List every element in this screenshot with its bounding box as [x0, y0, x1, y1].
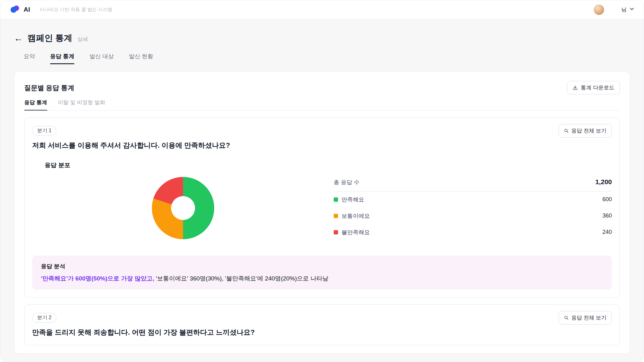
- main-tabs: 요약 응답 통계 발신 대상 발신 현황: [24, 53, 630, 64]
- legend-swatch-green: [334, 197, 338, 202]
- legend-row-dissatisfied: 불만족해요 240: [334, 224, 612, 240]
- question-2-header: 분기 2 응답 전체 보기: [32, 311, 612, 325]
- panel-header: 질문별 응답 통계 통계 다운로드: [24, 81, 620, 94]
- logo-mark-icon: [10, 5, 20, 14]
- chart-row: 총 응답 수 1,200 만족해요 600: [32, 177, 612, 240]
- tab-response-stats[interactable]: 응답 통계: [50, 53, 74, 64]
- chevron-down-icon: [630, 7, 634, 13]
- legend-label: 보통이에요: [342, 212, 370, 220]
- legend-label: 불만족해요: [342, 229, 370, 236]
- question-1-header: 분기 1 응답 전체 보기: [32, 124, 612, 138]
- tab-call-status[interactable]: 발신 현황: [129, 53, 153, 64]
- user-name-suffix: 님: [621, 6, 627, 13]
- page-title-badge: 상세: [78, 36, 88, 44]
- analysis-highlight: '만족해요'가 600명(50%)으로 가장 많았고,: [41, 275, 154, 282]
- analysis-box: 응답 분석 '만족해요'가 600명(50%)으로 가장 많았고, '보통이에요…: [32, 256, 612, 290]
- view-all-label: 응답 전체 보기: [572, 127, 607, 134]
- legend-label: 만족해요: [342, 196, 364, 203]
- user-menu[interactable]: 님: [621, 6, 634, 13]
- view-all-responses-button-1[interactable]: 응답 전체 보기: [559, 124, 612, 138]
- panel-title: 질문별 응답 통계: [24, 83, 74, 92]
- download-stats-button[interactable]: 통계 다운로드: [567, 81, 620, 94]
- donut-zone: [32, 177, 334, 239]
- view-all-responses-button-2[interactable]: 응답 전체 보기: [559, 311, 612, 325]
- branch-2-badge: 분기 2: [32, 313, 56, 323]
- question-1-text: 저희 서비스를 이용해 주셔서 감사합니다. 이용에 만족하셨나요?: [32, 141, 612, 150]
- response-stats-panel: 총 응답 수 1,200 만족해요 600: [334, 177, 612, 240]
- question-card-2: 분기 2 응답 전체 보기 만족을 드리지 못해 죄송합니다. 어떤 점이 가장…: [24, 304, 620, 345]
- legend-row-neutral: 보통이에요 360: [334, 208, 612, 224]
- view-all-label: 응답 전체 보기: [572, 314, 607, 321]
- analysis-text: '만족해요'가 600명(50%)으로 가장 많았고, '보통이에요' 360명…: [41, 274, 603, 283]
- legend-left: 보통이에요: [334, 212, 370, 220]
- question-2-text: 만족을 드리지 못해 죄송합니다. 어떤 점이 가장 불편하다고 느끼셨나요?: [32, 328, 612, 337]
- app-subtitle: 시나리오 기반 자동 콜 발신 시스템: [39, 7, 112, 13]
- legend-left: 만족해요: [334, 196, 364, 203]
- search-icon: [564, 128, 569, 133]
- tab-call-targets[interactable]: 발신 대상: [89, 53, 114, 64]
- topbar: AI 시나리오 기반 자동 콜 발신 시스템 님: [0, 0, 644, 19]
- total-responses-row: 총 응답 수 1,200: [334, 178, 612, 191]
- analysis-rest: '보통이에요' 360명(30%), '불만족해요'에 240명(20%)으로 …: [154, 275, 329, 282]
- download-button-label: 통계 다운로드: [581, 84, 614, 91]
- app-window: AI 시나리오 기반 자동 콜 발신 시스템 님 ← 캠페인 통계 상세 요약: [0, 0, 644, 362]
- panel-subtabs: 응답 통계 이탈 및 비정형 발화: [24, 99, 620, 110]
- legend-value: 240: [602, 229, 612, 235]
- analysis-title: 응답 분석: [41, 263, 603, 270]
- legend-row-satisfied: 만족해요 600: [334, 191, 612, 208]
- total-responses-value: 1,200: [595, 178, 612, 186]
- total-responses-label: 총 응답 수: [334, 178, 359, 186]
- legend-left: 불만족해요: [334, 229, 370, 236]
- subtab-response-stats[interactable]: 응답 통계: [24, 99, 47, 110]
- branch-1-badge: 분기 1: [32, 126, 56, 136]
- topbar-right: 님: [594, 4, 634, 15]
- tab-summary[interactable]: 요약: [24, 53, 35, 64]
- donut-chart: [152, 177, 214, 239]
- distribution-title: 응답 분포: [45, 161, 612, 169]
- legend-value: 360: [602, 212, 612, 219]
- page-title-row: ← 캠페인 통계 상세: [14, 32, 630, 44]
- download-icon: [572, 85, 578, 90]
- app-logo: AI: [10, 5, 30, 14]
- subtab-dropout-utterances[interactable]: 이탈 및 비정형 발화: [58, 99, 105, 110]
- question-card-1: 분기 1 응답 전체 보기 저희 서비스를 이용해 주셔서 감사합니다. 이용에…: [24, 117, 620, 297]
- user-avatar[interactable]: [594, 4, 604, 15]
- page-title: 캠페인 통계: [27, 32, 72, 44]
- page-content: ← 캠페인 통계 상세 요약 응답 통계 발신 대상 발신 현황 질문별 응답 …: [0, 32, 644, 354]
- logo-text: AI: [24, 6, 30, 13]
- stats-panel-card: 질문별 응답 통계 통계 다운로드 응답 통계 이탈 및 비정형 발화: [14, 71, 630, 354]
- search-icon: [564, 315, 569, 320]
- legend-value: 600: [602, 196, 612, 203]
- donut-hole: [171, 196, 195, 220]
- legend-swatch-red: [334, 230, 338, 235]
- back-button[interactable]: ←: [14, 34, 23, 43]
- legend-swatch-orange: [334, 214, 338, 218]
